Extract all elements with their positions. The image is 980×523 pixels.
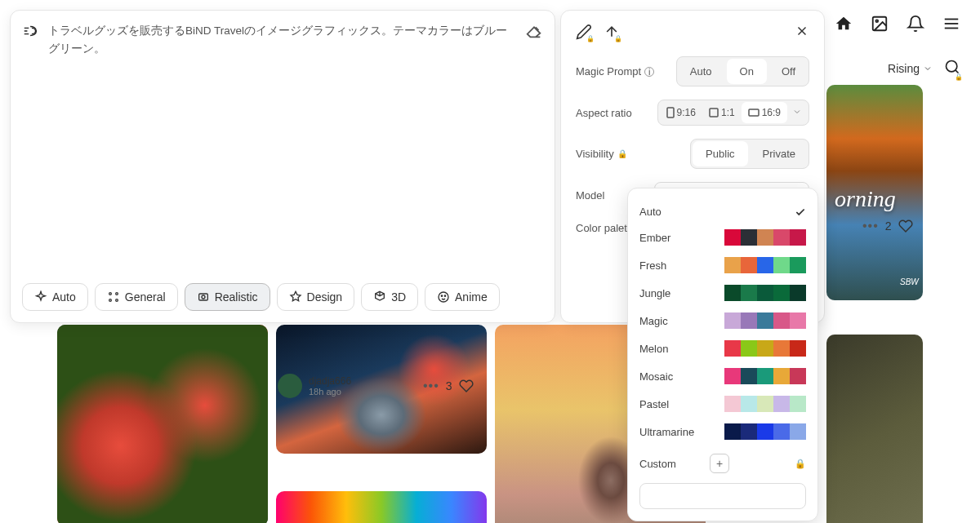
palette-ultramarine[interactable]: Ultramarine [639,418,806,445]
image-icon[interactable] [871,15,889,33]
swatch [724,340,741,357]
lock-icon: 🔒 [586,35,595,42]
visibility-toggle[interactable]: PublicPrivate [690,139,809,169]
svg-point-12 [202,295,205,299]
aspect-9-16[interactable]: 9:16 [660,102,702,123]
prompt-panel: トラベルグッズを販売するBiND Travelのイメージグラフィックス。テーマカ… [10,10,555,323]
bell-icon[interactable] [906,15,924,33]
aspect-16-9[interactable]: 16:9 [742,102,787,123]
model-label: Model [576,189,604,202]
more-icon[interactable]: ••• [423,379,439,393]
swatch [773,257,790,273]
style-chip-design[interactable]: Design [277,283,355,311]
swatch [773,423,790,440]
svg-point-1 [875,20,878,22]
gallery-thumb[interactable] [276,491,487,523]
magic-prompt-label: Magic Prompt i [576,65,654,78]
vis-seg-private[interactable]: Private [750,141,808,166]
lock-icon: 🔒 [614,35,622,42]
aspect-more[interactable] [787,102,807,123]
menu-icon[interactable] [942,15,960,33]
swatch [757,368,773,384]
svg-rect-11 [198,294,207,300]
sort-dropdown[interactable]: Rising [888,62,933,75]
edit-icon[interactable]: 🔒 [576,24,592,40]
upload-icon[interactable]: 🔒 [604,24,620,40]
palette-ember[interactable]: Ember [639,224,806,251]
svg-rect-18 [667,108,674,117]
lock-icon: 🔒 [617,149,627,158]
palette-auto[interactable]: Auto [639,200,806,224]
avatar[interactable] [278,374,302,398]
heart-icon[interactable] [898,219,913,233]
info-icon[interactable]: i [644,67,654,77]
palette-pastel[interactable]: Pastel [639,390,806,418]
swatch [724,285,741,301]
eraser-icon[interactable] [525,22,543,40]
swatch [757,229,773,246]
more-icon[interactable]: ••• [862,219,879,233]
filter-bar: Rising 🔒 [888,59,960,78]
swatch [790,285,806,301]
image-badge: SBW [900,277,919,286]
svg-point-10 [115,299,118,302]
swatch [790,368,806,384]
mp-seg-on[interactable]: On [727,59,767,84]
like-count: 3 [446,379,452,392]
lock-icon: 🔒 [795,459,806,469]
swatch [773,396,790,412]
svg-point-13 [439,292,448,302]
custom-color-input[interactable] [639,483,806,509]
palette-magic[interactable]: Magic [639,307,806,335]
aspect-1-1[interactable]: 1:1 [702,102,742,123]
swatch [790,229,806,246]
palette-melon[interactable]: Melon [639,335,806,362]
magic-prompt-toggle[interactable]: AutoOnOff [676,56,809,86]
header-nav [835,15,960,33]
swatch [773,285,790,301]
svg-point-5 [947,61,957,72]
swatch [724,312,741,329]
palette-jungle[interactable]: Jungle [639,279,806,307]
post-username[interactable]: djadja666 [309,375,351,387]
style-chip-general[interactable]: General [95,283,178,311]
swatch [741,285,757,301]
swatch [757,396,773,412]
svg-point-8 [115,293,118,295]
prompt-text[interactable]: トラベルグッズを販売するBiND Travelのイメージグラフィックス。テーマカ… [48,22,517,57]
gallery-thumb[interactable] [57,325,268,523]
style-chip-3d[interactable]: 3D [361,283,418,311]
style-chip-realistic[interactable]: Realistic [185,283,270,311]
gallery-thumb[interactable] [826,335,923,523]
swatch [757,312,773,329]
swatch [724,423,741,440]
heart-icon[interactable] [459,379,474,393]
vis-seg-public[interactable]: Public [693,141,747,166]
close-icon[interactable] [795,24,809,38]
check-icon [795,206,806,218]
search-icon[interactable]: 🔒 [944,59,960,78]
post-actions: ••• 2 [862,219,913,233]
palette-mosaic[interactable]: Mosaic [639,362,806,390]
palette-fresh[interactable]: Fresh [639,251,806,279]
home-icon[interactable] [835,15,853,33]
style-chip-anime[interactable]: Anime [425,283,500,311]
post-actions: ••• 3 [423,379,474,393]
svg-line-6 [956,70,959,73]
swatch [741,423,757,440]
swatch [757,285,773,301]
mp-seg-off[interactable]: Off [768,59,808,84]
mp-seg-auto[interactable]: Auto [677,59,725,84]
svg-point-14 [441,295,442,296]
gallery-thumb[interactable] [826,85,923,300]
post-meta: djadja666 18h ago [278,374,351,398]
style-chips: AutoGeneralRealisticDesign3DAnime [22,283,500,311]
chevron-down-icon [923,64,933,73]
swatch [757,423,773,440]
swatch [741,340,757,357]
swatch [773,312,790,329]
add-custom-color-button[interactable]: + [710,454,729,473]
aspect-ratio-toggle[interactable]: 9:161:116:9 [657,100,809,126]
swatch [741,368,757,384]
style-chip-auto[interactable]: Auto [22,283,88,311]
